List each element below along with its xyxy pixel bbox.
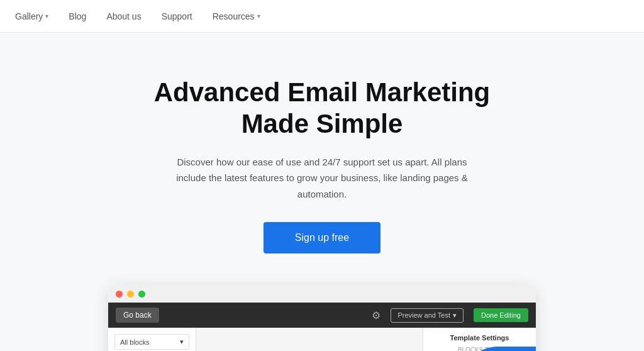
nav-label-resources: Resources: [213, 11, 255, 21]
window-titlebar: [108, 285, 536, 303]
preview-test-button[interactable]: Preview and Test ▾: [391, 308, 464, 323]
preview-test-label: Preview and Test: [397, 311, 450, 319]
window-maximize-dot: [138, 291, 145, 298]
all-blocks-dropdown[interactable]: All blocks ▾: [114, 334, 189, 350]
chevron-down-icon: ▾: [45, 13, 48, 20]
hero-section: Advanced Email Marketing Made Simple Dis…: [0, 33, 644, 351]
nav-item-resources[interactable]: Resources ▾: [213, 11, 260, 21]
app-preview: Go back ⚙ Preview and Test ▾ Done Editin…: [108, 285, 536, 351]
signup-button[interactable]: Sign up free: [264, 222, 380, 254]
hero-subtitle: Discover how our ease of use and 24/7 su…: [171, 154, 473, 203]
nav-label-gallery: Gallery: [15, 11, 43, 21]
all-blocks-label: All blocks: [120, 338, 149, 346]
chevron-down-icon-blocks: ▾: [180, 338, 184, 346]
editor-toolbar: Go back ⚙ Preview and Test ▾ Done Editin…: [108, 303, 536, 328]
hero-title: Advanced Email Marketing Made Simple: [133, 77, 511, 140]
editor-sidebar: All blocks ▾ height | management: [108, 328, 196, 351]
window-close-dot: [116, 291, 123, 298]
chevron-down-icon-resources: ▾: [257, 13, 260, 20]
settings-icon: ⚙: [372, 309, 380, 321]
nav-item-about[interactable]: About us: [106, 11, 141, 21]
editor-body: All blocks ▾ height | management ✂: [108, 328, 536, 351]
main-nav: Gallery ▾ Blog About us Support Resource…: [0, 0, 644, 33]
window-minimize-dot: [127, 291, 134, 298]
go-back-button[interactable]: Go back: [116, 308, 159, 323]
done-editing-button[interactable]: Done Editing: [474, 308, 528, 322]
nav-label-support: Support: [162, 11, 192, 21]
nav-item-blog[interactable]: Blog: [69, 11, 86, 21]
editor-canvas[interactable]: ✂: [196, 328, 423, 351]
nav-label-blog: Blog: [69, 11, 86, 21]
template-settings-title: Template Settings: [430, 334, 530, 342]
preview-window: Go back ⚙ Preview and Test ▾ Done Editin…: [108, 285, 536, 351]
chevron-down-icon-preview: ▾: [453, 311, 457, 320]
nav-item-support[interactable]: Support: [162, 11, 192, 21]
nav-label-about: About us: [106, 11, 141, 21]
nav-item-gallery[interactable]: Gallery ▾: [15, 11, 48, 21]
